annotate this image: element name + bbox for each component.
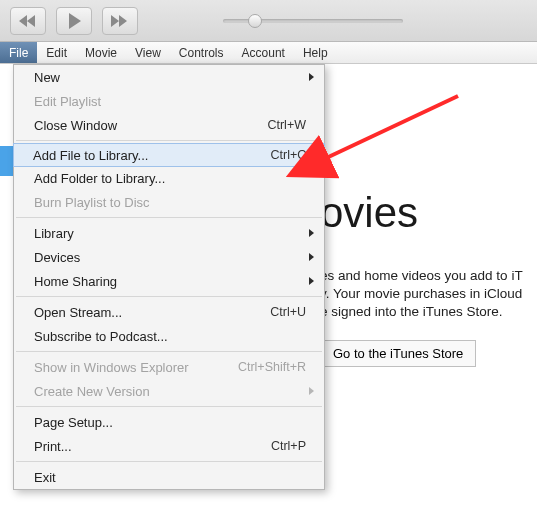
menu-view[interactable]: View bbox=[126, 42, 170, 63]
menu-item-page-setup[interactable]: Page Setup... bbox=[14, 410, 324, 434]
menu-separator bbox=[16, 140, 322, 141]
menu-account[interactable]: Account bbox=[233, 42, 294, 63]
menu-item-label: Show in Windows Explorer bbox=[34, 360, 189, 375]
page-body: es and home videos you add to iT y. Your… bbox=[320, 267, 537, 322]
menu-item-subscribe-to-podcast[interactable]: Subscribe to Podcast... bbox=[14, 324, 324, 348]
menu-item-close-window[interactable]: Close WindowCtrl+W bbox=[14, 113, 324, 137]
menu-item-label: Add File to Library... bbox=[33, 148, 148, 163]
menu-movie[interactable]: Movie bbox=[76, 42, 126, 63]
menu-item-create-new-version: Create New Version bbox=[14, 379, 324, 403]
seek-thumb[interactable] bbox=[248, 14, 262, 28]
menu-item-shortcut: Ctrl+P bbox=[271, 439, 306, 453]
menu-item-label: Home Sharing bbox=[34, 274, 117, 289]
go-to-store-button[interactable]: Go to the iTunes Store bbox=[320, 340, 476, 367]
menu-file[interactable]: File bbox=[0, 42, 37, 63]
menu-item-label: Edit Playlist bbox=[34, 94, 101, 109]
menu-controls[interactable]: Controls bbox=[170, 42, 233, 63]
menu-item-add-folder-to-library[interactable]: Add Folder to Library... bbox=[14, 166, 324, 190]
menu-item-shortcut: Ctrl+W bbox=[267, 118, 306, 132]
menu-item-label: New bbox=[34, 70, 60, 85]
menu-item-home-sharing[interactable]: Home Sharing bbox=[14, 269, 324, 293]
menu-item-label: Page Setup... bbox=[34, 415, 113, 430]
menu-separator bbox=[16, 296, 322, 297]
menu-bar: FileEditMovieViewControlsAccountHelp bbox=[0, 42, 537, 64]
menu-item-shortcut: Ctrl+U bbox=[270, 305, 306, 319]
menu-item-add-file-to-library[interactable]: Add File to Library...Ctrl+O bbox=[13, 143, 325, 167]
menu-item-print[interactable]: Print...Ctrl+P bbox=[14, 434, 324, 458]
body-line: es and home videos you add to iT bbox=[320, 267, 537, 285]
next-button[interactable] bbox=[102, 7, 138, 35]
menu-item-label: Exit bbox=[34, 470, 56, 485]
menu-item-label: Burn Playlist to Disc bbox=[34, 195, 150, 210]
menu-item-shortcut: Ctrl+Shift+R bbox=[238, 360, 306, 374]
menu-item-label: Subscribe to Podcast... bbox=[34, 329, 168, 344]
menu-item-new[interactable]: New bbox=[14, 65, 324, 89]
menu-item-label: Devices bbox=[34, 250, 80, 265]
menu-item-label: Library bbox=[34, 226, 74, 241]
page-title: ovies bbox=[320, 189, 537, 237]
file-menu-dropdown: NewEdit PlaylistClose WindowCtrl+WAdd Fi… bbox=[13, 64, 325, 490]
menu-item-label: Close Window bbox=[34, 118, 117, 133]
menu-separator bbox=[16, 351, 322, 352]
menu-separator bbox=[16, 217, 322, 218]
menu-item-burn-playlist-to-disc: Burn Playlist to Disc bbox=[14, 190, 324, 214]
menu-item-exit[interactable]: Exit bbox=[14, 465, 324, 489]
prev-button[interactable] bbox=[10, 7, 46, 35]
body-line: y. Your movie purchases in iCloud bbox=[320, 285, 537, 303]
body-line: e signed into the iTunes Store. bbox=[320, 303, 537, 321]
menu-item-shortcut: Ctrl+O bbox=[271, 148, 307, 162]
menu-item-edit-playlist: Edit Playlist bbox=[14, 89, 324, 113]
menu-help[interactable]: Help bbox=[294, 42, 337, 63]
menu-item-library[interactable]: Library bbox=[14, 221, 324, 245]
menu-item-open-stream[interactable]: Open Stream...Ctrl+U bbox=[14, 300, 324, 324]
menu-item-devices[interactable]: Devices bbox=[14, 245, 324, 269]
playback-toolbar bbox=[0, 0, 537, 42]
menu-separator bbox=[16, 406, 322, 407]
menu-item-label: Open Stream... bbox=[34, 305, 122, 320]
menu-item-show-in-windows-explorer: Show in Windows ExplorerCtrl+Shift+R bbox=[14, 355, 324, 379]
sidebar-accent bbox=[0, 146, 13, 176]
menu-separator bbox=[16, 461, 322, 462]
play-button[interactable] bbox=[56, 7, 92, 35]
menu-edit[interactable]: Edit bbox=[37, 42, 76, 63]
seek-bar[interactable] bbox=[223, 19, 403, 23]
menu-item-label: Print... bbox=[34, 439, 72, 454]
menu-item-label: Create New Version bbox=[34, 384, 150, 399]
menu-item-label: Add Folder to Library... bbox=[34, 171, 165, 186]
